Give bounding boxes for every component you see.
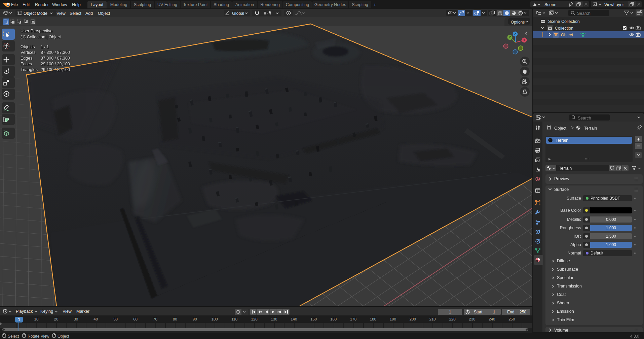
svg-text:X: X	[523, 38, 525, 42]
svg-text:Z: Z	[514, 32, 516, 36]
svg-text:Y: Y	[509, 36, 511, 39]
